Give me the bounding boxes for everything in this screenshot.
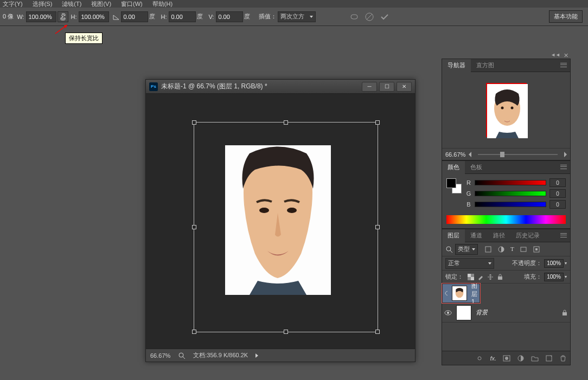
- hskew-input[interactable]: [169, 11, 196, 22]
- svg-point-10: [287, 208, 297, 213]
- navigator-zoom[interactable]: 66.67%: [445, 151, 465, 158]
- b-input[interactable]: [549, 200, 566, 209]
- panel-menu-icon[interactable]: [559, 163, 568, 171]
- lock-transparent-icon[interactable]: [468, 274, 474, 280]
- handle-bottom[interactable]: [284, 330, 288, 334]
- menu-filter[interactable]: 滤镜(T): [62, 0, 81, 8]
- status-zoom-icon[interactable]: [178, 352, 186, 359]
- height-label: H:: [71, 14, 76, 20]
- filter-adjust-icon[interactable]: [497, 246, 505, 253]
- minimize-button[interactable]: ─: [362, 82, 377, 92]
- commit-icon[interactable]: [380, 12, 389, 22]
- filter-smart-icon[interactable]: [533, 246, 540, 253]
- tab-layers[interactable]: 图层: [442, 229, 465, 242]
- navigator-thumbnail[interactable]: [486, 83, 527, 137]
- tab-swatches[interactable]: 色板: [465, 161, 488, 174]
- document-titlebar[interactable]: Ps 未标题-1 @ 66.7% (图层 1, RGB/8) * ─ ☐ ✕: [146, 80, 415, 94]
- visibility-icon[interactable]: [445, 289, 448, 297]
- workspace-button[interactable]: 基本功能: [549, 10, 583, 23]
- zoom-in-icon[interactable]: [564, 152, 567, 157]
- layer-name[interactable]: 图层 1: [471, 282, 477, 305]
- layer-thumbnail[interactable]: [452, 286, 467, 301]
- document-window: Ps 未标题-1 @ 66.7% (图层 1, RGB/8) * ─ ☐ ✕: [145, 79, 416, 362]
- link-layers-icon[interactable]: [476, 355, 483, 362]
- svg-rect-38: [546, 356, 552, 361]
- layer-item[interactable]: 图层 1: [442, 284, 480, 303]
- mask-icon[interactable]: [503, 355, 510, 362]
- menu-window[interactable]: 窗口(W): [121, 0, 143, 8]
- close-button[interactable]: ✕: [397, 82, 412, 92]
- filter-type-select[interactable]: 类型: [455, 244, 478, 255]
- fill-input[interactable]: [544, 273, 564, 281]
- status-menu-icon[interactable]: [255, 353, 258, 358]
- tab-color[interactable]: 颜色: [442, 161, 465, 174]
- handle-left[interactable]: [192, 225, 196, 229]
- document-title: 未标题-1 @ 66.7% (图层 1, RGB/8) *: [161, 82, 362, 91]
- handle-bottom-right[interactable]: [375, 330, 380, 334]
- panel-menu-icon[interactable]: [559, 61, 568, 69]
- portrait-image[interactable]: [225, 145, 331, 295]
- canvas[interactable]: [146, 94, 415, 349]
- warp-icon[interactable]: [349, 12, 359, 22]
- filter-shape-icon[interactable]: [520, 246, 527, 253]
- width-input[interactable]: [26, 11, 56, 22]
- maximize-button[interactable]: ☐: [379, 82, 394, 92]
- panel-menu-icon[interactable]: [559, 231, 568, 239]
- layer-item[interactable]: 背景: [442, 303, 570, 323]
- tab-channels[interactable]: 通道: [465, 229, 488, 242]
- opacity-input[interactable]: [544, 259, 564, 268]
- height-input[interactable]: [79, 11, 109, 22]
- zoom-slider[interactable]: [478, 154, 558, 155]
- rotate-input[interactable]: [121, 11, 148, 22]
- fx-icon[interactable]: fx.: [490, 355, 496, 362]
- handle-bottom-left[interactable]: [192, 330, 196, 334]
- menu-help[interactable]: 帮助(H): [152, 0, 172, 8]
- collapse-icon[interactable]: ◄◄: [551, 52, 560, 59]
- visibility-icon[interactable]: [444, 309, 452, 317]
- filter-text-icon[interactable]: T: [510, 246, 514, 253]
- interpolate-select[interactable]: 两次立方: [278, 11, 316, 22]
- tab-paths[interactable]: 路径: [488, 229, 510, 242]
- menu-text[interactable]: 文字(Y): [3, 0, 23, 8]
- lock-paint-icon[interactable]: [477, 274, 484, 280]
- tab-navigator[interactable]: 导航器: [442, 59, 471, 72]
- close-panels-icon[interactable]: ✕: [564, 52, 568, 59]
- handle-top-right[interactable]: [375, 120, 380, 125]
- search-icon[interactable]: [445, 246, 453, 253]
- status-zoom[interactable]: 66.67%: [150, 352, 170, 359]
- options-bar: 0 像 W: H: 度 H: 度 V: 度 插值： 两次立方 基本功能: [0, 8, 588, 26]
- tab-histogram[interactable]: 直方图: [471, 59, 500, 72]
- trash-icon[interactable]: [559, 355, 567, 362]
- chevron-down-icon[interactable]: ▾: [565, 261, 567, 266]
- layer-name[interactable]: 背景: [476, 308, 488, 317]
- lock-all-icon[interactable]: [497, 274, 503, 280]
- link-aspect-button[interactable]: [57, 11, 68, 22]
- handle-top[interactable]: [284, 120, 288, 125]
- blend-mode-select[interactable]: 正常: [445, 258, 494, 269]
- cancel-icon[interactable]: [365, 12, 374, 22]
- layer-thumbnail[interactable]: [456, 305, 471, 320]
- r-input[interactable]: [549, 178, 566, 187]
- foreground-color[interactable]: [446, 178, 456, 188]
- vskew-input[interactable]: [216, 11, 243, 22]
- zoom-out-icon[interactable]: [469, 152, 471, 157]
- chevron-down-icon[interactable]: ▾: [565, 274, 567, 279]
- filter-pixel-icon[interactable]: [484, 246, 492, 253]
- g-input[interactable]: [549, 189, 566, 198]
- menu-select[interactable]: 选择(S): [33, 0, 53, 8]
- tab-history[interactable]: 历史记录: [510, 229, 545, 242]
- foreground-background-swatch[interactable]: [446, 178, 462, 194]
- menu-view[interactable]: 视图(V): [91, 0, 111, 8]
- r-slider[interactable]: [475, 180, 546, 185]
- handle-top-left[interactable]: [192, 120, 196, 125]
- color-spectrum[interactable]: [446, 215, 566, 224]
- adjustment-icon[interactable]: [517, 355, 525, 362]
- opacity-label: 不透明度：: [512, 259, 542, 267]
- handle-right[interactable]: [375, 225, 380, 229]
- group-icon[interactable]: [531, 355, 539, 362]
- b-slider[interactable]: [475, 202, 546, 207]
- lock-move-icon[interactable]: [487, 274, 494, 280]
- angle-icon: [112, 13, 120, 21]
- new-layer-icon[interactable]: [545, 355, 553, 362]
- g-slider[interactable]: [475, 191, 546, 196]
